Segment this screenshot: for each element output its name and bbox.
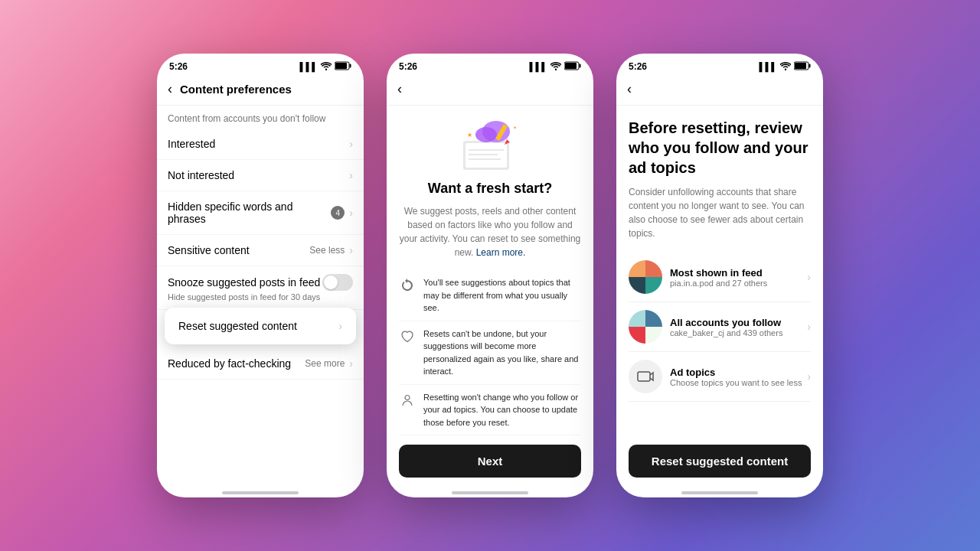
svg-point-17 [405,395,410,399]
avatar-cell-1-2 [629,327,645,344]
account-sub-2: Choose topics you want to see less [670,378,807,387]
chevron-icon-account-1: › [807,321,811,333]
learn-more-link[interactable]: Learn more. [476,247,526,258]
menu-item-fact-checking-label: Reduced by fact-checking [168,357,291,370]
menu-item-fact-checking[interactable]: Reduced by fact-checking See more › [157,348,364,380]
fresh-start-title: Want a fresh start? [428,181,552,197]
back-button-3[interactable]: ‹ [627,81,632,97]
account-title-0: Most shown in feed [670,267,807,279]
phone-1: 5:26 ▌▌▌ ‹ Content preferences Content f… [157,54,364,497]
svg-rect-7 [466,143,507,168]
snooze-subtitle: Hide suggested posts in feed for 30 days [168,292,353,302]
avatar-cell-0-2 [629,277,645,294]
home-bar-3 [681,491,758,494]
snooze-item: Snooze suggested posts in feed Hide sugg… [157,266,364,310]
svg-rect-21 [795,63,806,69]
reset-popup-item[interactable]: Reset suggested content › [165,308,356,344]
status-bar-3: 5:26 ▌▌▌ [616,54,823,77]
phone-2: 5:26 ▌▌▌ ‹ [387,54,593,497]
reset-popup-text: Reset suggested content [178,320,297,332]
svg-rect-22 [638,372,650,381]
reset-popup[interactable]: Reset suggested content › [165,308,356,344]
svg-rect-5 [565,63,577,69]
wifi-icon-2 [550,62,561,72]
svg-text:✦: ✦ [513,126,517,130]
account-info-1: All accounts you follow cake_baker_cj an… [670,317,807,337]
heart-icon [399,328,416,345]
home-bar-1 [222,491,299,494]
wifi-icon-3 [780,62,791,72]
status-icons-2: ▌▌▌ [530,61,581,72]
refresh-icon [399,277,416,294]
bullet-text-1: Resets can't be undone, but your suggest… [423,328,581,378]
bullet-item-0: You'll see suggestions about topics that… [399,270,581,321]
avatar-grid-1 [629,310,662,344]
chevron-icon-reset-popup: › [338,320,342,332]
menu-item-interested[interactable]: Interested › [157,129,364,160]
svg-rect-4 [580,64,581,68]
account-title-1: All accounts you follow [670,317,807,328]
chevron-icon-account-0: › [807,271,811,283]
account-avatar-2 [629,360,662,393]
snooze-toggle[interactable] [322,274,353,291]
bullet-item-2: Resetting won't change who you follow or… [399,385,581,436]
reset-button[interactable]: Reset suggested content [629,445,811,478]
account-info-0: Most shown in feed pia.in.a.pod and 27 o… [670,267,807,288]
menu-item-not-interested[interactable]: Not interested › [157,160,364,191]
menu-item-interested-right: › [349,138,353,150]
status-bar-2: 5:26 ▌▌▌ [387,54,593,77]
account-item-0[interactable]: Most shown in feed pia.in.a.pod and 27 o… [629,253,811,302]
ad-topics-icon [635,367,655,386]
chevron-icon-fact-checking: › [349,357,353,370]
menu-item-fact-checking-right: See more › [305,357,353,370]
account-item-1[interactable]: All accounts you follow cake_baker_cj an… [629,302,811,352]
avatar-cell-1-0 [629,310,645,327]
signal-icon-3: ▌▌▌ [760,62,777,71]
account-item-2[interactable]: Ad topics Choose topics you want to see … [629,352,811,402]
battery-icon-2 [564,61,581,72]
see-more-label: See more [305,358,345,369]
account-title-2: Ad topics [670,367,807,378]
account-sub-0: pia.in.a.pod and 27 others [670,279,807,288]
avatar-grid-0 [629,260,662,294]
avatar-cell-0-1 [645,260,662,277]
menu-item-not-interested-right: › [349,169,353,181]
chevron-icon-hidden-words: › [349,207,353,219]
menu-item-hidden-words-right: 4 › [331,206,353,220]
menu-item-interested-label: Interested [168,138,215,150]
chevron-icon-not-interested: › [349,169,353,181]
menu-item-sensitive[interactable]: Sensitive content See less › [157,235,364,266]
svg-rect-20 [809,64,811,68]
menu-item-hidden-words-label: Hidden specific words and phrases [168,201,331,225]
avatar-cell-0-0 [629,260,645,277]
chevron-icon-sensitive: › [349,244,353,256]
snooze-title: Snooze suggested posts in feed [168,276,320,289]
account-avatar-0 [629,260,662,294]
svg-rect-2 [335,63,347,69]
fresh-start-desc: We suggest posts, reels and other conten… [399,204,581,259]
svg-point-9 [475,127,497,142]
chevron-icon-account-2: › [807,370,811,383]
chevron-icon-interested: › [349,138,353,150]
nav-header-3: ‹ [616,77,823,106]
back-button-1[interactable]: ‹ [168,81,172,97]
phone-3-content: Before resetting, review who you follow … [616,106,823,435]
phone-2-content: ★ ✦ Want a fresh start? We suggest posts… [387,106,593,435]
time-1: 5:26 [169,61,188,72]
phone-2-bottom-bar: Next [387,435,593,487]
status-icons-1: ▌▌▌ [300,61,351,72]
status-bar-1: 5:26 ▌▌▌ [157,54,364,77]
svg-text:★: ★ [467,132,472,139]
back-button-2[interactable]: ‹ [397,81,402,97]
menu-item-hidden-words[interactable]: Hidden specific words and phrases 4 › [157,191,364,235]
next-button[interactable]: Next [399,445,581,478]
menu-item-sensitive-label: Sensitive content [168,244,250,256]
bullet-text-0: You'll see suggestions about topics that… [423,276,581,315]
account-info-2: Ad topics Choose topics you want to see … [670,367,807,387]
person-icon [399,392,416,409]
nav-title-1: Content preferences [180,83,292,96]
signal-icon-2: ▌▌▌ [530,62,547,71]
snooze-main: Snooze suggested posts in feed [168,274,353,291]
avatar-cell-1-3 [645,327,662,344]
see-less-label: See less [309,245,345,256]
